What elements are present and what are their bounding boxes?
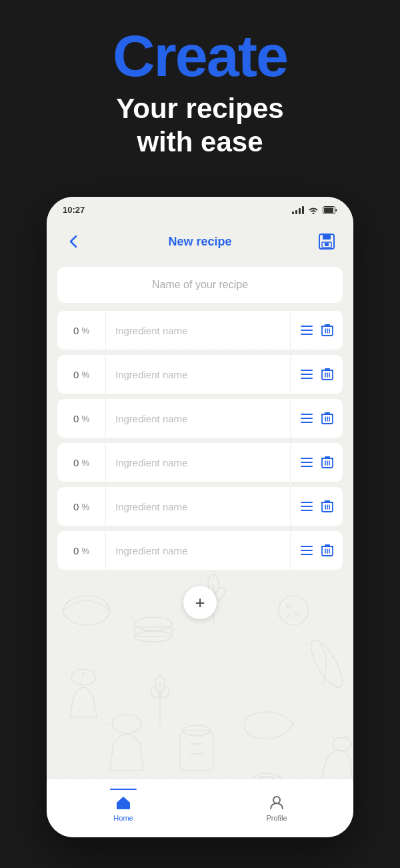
- back-button[interactable]: [60, 228, 87, 255]
- status-bar: 10:27: [47, 197, 353, 219]
- ingredient-actions-0: [291, 311, 343, 350]
- ingredient-actions-2: [291, 399, 343, 438]
- ingredient-percent-4[interactable]: 0 %: [57, 487, 105, 526]
- status-time: 10:27: [63, 205, 85, 215]
- percent-value-5: 0: [73, 545, 79, 556]
- percent-sign: %: [81, 458, 89, 468]
- ingredient-placeholder-4: Ingredient name: [115, 501, 187, 512]
- save-button[interactable]: [313, 228, 340, 255]
- delete-icon-2[interactable]: [321, 412, 333, 425]
- reorder-icon-5[interactable]: [300, 545, 313, 556]
- reorder-icon-0[interactable]: [300, 325, 313, 336]
- recipe-name-placeholder: Name of your recipe: [152, 279, 248, 290]
- ingredient-name-field-5[interactable]: Ingredient name: [105, 531, 291, 570]
- nav-home[interactable]: Home: [47, 789, 200, 829]
- ingredient-row: 0 % Ingredient name: [57, 311, 343, 350]
- home-label: Home: [113, 814, 133, 822]
- ingredient-row: 0 % Ingredient name: [57, 531, 343, 570]
- profile-icon: [268, 794, 285, 811]
- add-ingredient-area: +: [47, 586, 353, 619]
- ingredient-name-field-4[interactable]: Ingredient name: [105, 487, 291, 526]
- delete-icon-1[interactable]: [321, 368, 333, 381]
- add-ingredient-button[interactable]: +: [183, 586, 217, 619]
- ingredient-actions-5: [291, 531, 343, 570]
- reorder-icon-3[interactable]: [300, 457, 313, 468]
- nav-profile[interactable]: Profile: [200, 789, 353, 829]
- ingredient-row: 0 % Ingredient name: [57, 355, 343, 394]
- reorder-icon-2[interactable]: [300, 413, 313, 424]
- percent-sign: %: [81, 326, 89, 336]
- percent-value-1: 0: [73, 369, 79, 380]
- phone-mockup: 10:27 New recipe: [47, 197, 353, 837]
- percent-sign: %: [81, 546, 89, 556]
- svg-point-23: [155, 676, 165, 692]
- ingredient-row: 0 % Ingredient name: [57, 487, 343, 526]
- ingredient-placeholder-5: Ingredient name: [115, 545, 187, 556]
- ingredient-name-field-1[interactable]: Ingredient name: [105, 355, 291, 394]
- status-icons: [292, 206, 337, 214]
- profile-label: Profile: [266, 814, 287, 822]
- ingredient-actions-3: [291, 443, 343, 482]
- hero-title: Create: [13, 27, 387, 85]
- ingredient-percent-1[interactable]: 0 %: [57, 355, 105, 394]
- percent-sign: %: [81, 502, 89, 512]
- svg-rect-27: [324, 207, 333, 213]
- wifi-icon: [308, 206, 319, 214]
- ingredients-list: 0 % Ingredient name: [47, 311, 353, 570]
- svg-point-25: [160, 686, 171, 699]
- percent-value-3: 0: [73, 457, 79, 468]
- app-header: New recipe: [47, 219, 353, 264]
- ingredient-percent-3[interactable]: 0 %: [57, 443, 105, 482]
- ingredient-percent-2[interactable]: 0 %: [57, 399, 105, 438]
- svg-rect-29: [323, 234, 331, 240]
- svg-point-15: [183, 725, 210, 736]
- reorder-icon-1[interactable]: [300, 369, 313, 380]
- ingredient-name-field-0[interactable]: Ingredient name: [105, 311, 291, 350]
- percent-sign: %: [81, 370, 89, 380]
- ingredient-placeholder-0: Ingredient name: [115, 325, 187, 336]
- ingredient-placeholder-2: Ingredient name: [115, 413, 187, 424]
- percent-value-4: 0: [73, 501, 79, 512]
- svg-rect-14: [180, 731, 213, 771]
- bottom-nav: Home Profile: [47, 779, 353, 837]
- delete-icon-4[interactable]: [321, 500, 333, 513]
- percent-sign: %: [81, 414, 89, 424]
- svg-point-4: [135, 631, 172, 642]
- svg-point-81: [273, 797, 280, 803]
- svg-rect-3: [135, 627, 172, 636]
- signal-icon: [292, 206, 304, 214]
- svg-point-12: [305, 636, 348, 691]
- svg-point-24: [149, 686, 160, 699]
- svg-point-2: [135, 617, 172, 630]
- hero-subtitle: Your recipes with ease: [13, 92, 387, 159]
- reorder-icon-4[interactable]: [300, 501, 313, 512]
- home-icon: [115, 794, 132, 811]
- svg-point-1: [71, 669, 95, 685]
- ingredient-placeholder-1: Ingredient name: [115, 369, 187, 380]
- delete-icon-3[interactable]: [321, 456, 333, 469]
- percent-value-0: 0: [73, 325, 79, 336]
- ingredient-name-field-3[interactable]: Ingredient name: [105, 443, 291, 482]
- battery-icon: [323, 206, 337, 214]
- recipe-name-field[interactable]: Name of your recipe: [57, 267, 343, 303]
- svg-rect-31: [325, 243, 329, 246]
- ingredient-placeholder-3: Ingredient name: [115, 457, 187, 468]
- nav-active-indicator: [110, 789, 137, 790]
- screen-title: New recipe: [168, 235, 231, 249]
- ingredient-row: 0 % Ingredient name: [57, 443, 343, 482]
- svg-rect-80: [121, 806, 125, 809]
- delete-icon-0[interactable]: [321, 324, 333, 337]
- ingredient-name-field-2[interactable]: Ingredient name: [105, 399, 291, 438]
- delete-icon-5[interactable]: [321, 544, 333, 557]
- ingredient-percent-5[interactable]: 0 %: [57, 531, 105, 570]
- svg-point-13: [112, 715, 141, 733]
- ingredient-actions-1: [291, 355, 343, 394]
- ingredient-row: 0 % Ingredient name: [57, 399, 343, 438]
- ingredient-percent-0[interactable]: 0 %: [57, 311, 105, 350]
- percent-value-2: 0: [73, 413, 79, 424]
- svg-point-22: [333, 737, 351, 751]
- ingredient-actions-4: [291, 487, 343, 526]
